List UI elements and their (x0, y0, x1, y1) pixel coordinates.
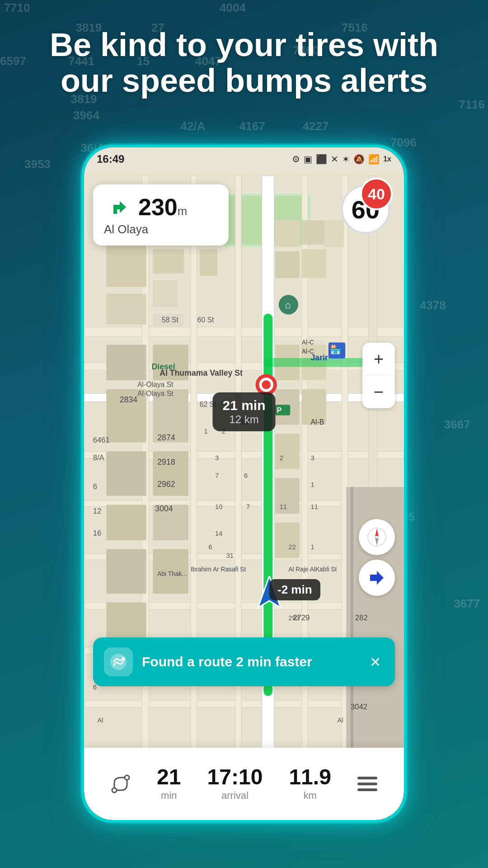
svg-text:2: 2 (280, 454, 283, 462)
svg-rect-22 (153, 249, 184, 274)
wifi-icon: 📶 (368, 154, 380, 165)
svg-text:10: 10 (215, 503, 222, 510)
status-icons: ⚙ ▣ ⬛ ✕ ✶ 🔕 📶 1x (292, 154, 391, 165)
svg-point-113 (262, 380, 271, 389)
svg-text:6461: 6461 (93, 436, 110, 444)
svg-text:58 St: 58 St (162, 316, 178, 324)
svg-text:Al-Olaya St: Al-Olaya St (137, 381, 174, 388)
status-bar: 16:49 ⚙ ▣ ⬛ ✕ ✶ 🔕 📶 1x (84, 147, 404, 171)
duration-label: min (161, 790, 177, 802)
svg-text:Al Raje AlKabli St: Al Raje AlKabli St (288, 566, 337, 573)
svg-text:6: 6 (93, 482, 97, 491)
distance-display: 11.9 km (289, 766, 331, 802)
svg-text:14: 14 (215, 530, 222, 537)
svg-text:3: 3 (215, 454, 219, 462)
compass-button[interactable] (359, 519, 395, 555)
hero-text: Be kind to your tires with our speed bum… (0, 27, 488, 99)
svg-text:Abi Thak...: Abi Thak... (157, 571, 187, 577)
svg-text:P: P (277, 406, 282, 414)
svg-text:2874: 2874 (157, 433, 175, 442)
phone-frame: 16:49 ⚙ ▣ ⬛ ✕ ✶ 🔕 📶 1x (81, 145, 407, 823)
nav-street: Al Olaya (104, 222, 218, 236)
svg-text:⌂: ⌂ (285, 299, 291, 311)
svg-text:Al: Al (338, 717, 343, 724)
svg-rect-28 (302, 220, 326, 245)
arrival-display: 17:10 arrival (207, 766, 263, 802)
zoom-in-button[interactable]: + (362, 343, 395, 375)
svg-text:11: 11 (311, 503, 318, 510)
svg-rect-40 (106, 505, 146, 541)
svg-text:282: 282 (355, 613, 368, 622)
status-time: 16:49 (97, 153, 124, 165)
svg-rect-27 (275, 220, 300, 247)
svg-rect-26 (106, 293, 146, 325)
hero-line1: Be kind to your tires with (27, 27, 461, 63)
route-options-button[interactable] (111, 774, 131, 794)
svg-text:8/A: 8/A (93, 453, 105, 462)
svg-rect-51 (200, 249, 217, 276)
svg-rect-124 (357, 783, 377, 785)
svg-text:1: 1 (311, 481, 314, 488)
svg-rect-20 (351, 487, 353, 754)
svg-rect-125 (357, 788, 377, 791)
svg-text:6: 6 (93, 684, 97, 691)
distance-unit: km (303, 790, 316, 802)
svg-text:12: 12 (93, 507, 102, 515)
svg-rect-123 (357, 777, 377, 779)
hero-line2: our speed bumps alerts (27, 63, 461, 99)
notification-text: Found a route 2 min faster (142, 654, 366, 670)
eta-distance: 12 km (222, 413, 265, 426)
svg-text:11: 11 (280, 503, 287, 510)
svg-text:3: 3 (311, 454, 314, 462)
svg-text:2962: 2962 (157, 480, 175, 489)
svg-text:Al-B: Al-B (311, 419, 324, 426)
svg-text:22: 22 (288, 543, 296, 551)
svg-point-119 (110, 654, 127, 670)
bluetooth-icon: ✶ (342, 154, 350, 165)
navigate-forward-button[interactable] (359, 560, 395, 596)
svg-text:31: 31 (226, 552, 234, 560)
svg-marker-117 (375, 538, 379, 546)
nav-unit: m (178, 204, 188, 218)
menu-button[interactable] (357, 776, 377, 792)
close-icon: ✕ (331, 154, 338, 165)
svg-marker-118 (370, 571, 384, 585)
svg-text:1: 1 (204, 428, 208, 435)
svg-rect-41 (106, 549, 146, 594)
time-saving-badge: -2 min (269, 579, 320, 600)
notification-banner: Found a route 2 min faster ✕ (93, 637, 395, 686)
distance-value: 11.9 (289, 766, 331, 788)
zoom-out-button[interactable]: − (362, 376, 395, 408)
duration-display: 21 min (157, 766, 181, 802)
speed-limit-badge: 40 (360, 178, 393, 210)
screen-icon: ⬛ (316, 154, 327, 165)
arrival-label: arrival (221, 790, 249, 802)
mute-icon: 🔕 (353, 154, 365, 165)
svg-text:7: 7 (246, 503, 250, 510)
svg-marker-116 (375, 528, 379, 537)
svg-rect-31 (302, 249, 326, 278)
turn-arrow-icon (104, 193, 131, 221)
svg-rect-37 (106, 345, 146, 381)
svg-text:🏪: 🏪 (330, 344, 341, 355)
zoom-controls: + − (362, 343, 395, 408)
settings-icon: ⚙ (292, 154, 300, 165)
svg-text:3004: 3004 (155, 504, 173, 513)
svg-rect-3 (84, 327, 404, 337)
route-icon (111, 774, 131, 794)
eta-badge: 21 min 12 km (212, 392, 275, 431)
notification-close-button[interactable]: ✕ (366, 653, 384, 671)
svg-point-122 (125, 775, 129, 780)
svg-text:Ibrahim Ar Rasafi St: Ibrahim Ar Rasafi St (191, 566, 246, 573)
notif-route-icon (104, 647, 133, 676)
nav-distance: 230 (138, 194, 178, 220)
eta-time: 21 min (222, 398, 265, 413)
arrival-time: 17:10 (207, 766, 263, 788)
svg-rect-30 (275, 251, 300, 278)
bottom-bar: 21 min 17:10 arrival 11.9 km (84, 748, 404, 820)
svg-text:6: 6 (208, 543, 212, 551)
map-area: 58 St 60 St 62 St Al Thumama Valley St A… (84, 171, 404, 759)
svg-text:Al: Al (98, 717, 103, 724)
svg-text:7: 7 (215, 472, 219, 480)
speed-display: 40 60 (341, 184, 390, 234)
